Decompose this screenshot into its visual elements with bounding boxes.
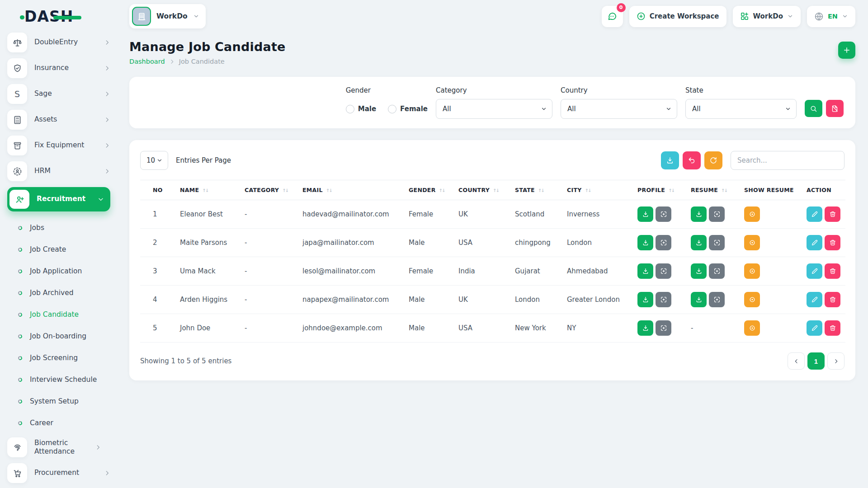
show-resume-button[interactable]: [744, 292, 760, 307]
edit-button[interactable]: [807, 206, 822, 222]
column-header-state[interactable]: STATE↑↓: [511, 180, 563, 200]
table-row: 2 Maite Parsons - japa@mailinator.com Ma…: [140, 229, 845, 257]
table-search-input[interactable]: [731, 151, 844, 170]
resume-preview-button[interactable]: [709, 235, 725, 250]
next-page-button[interactable]: [827, 352, 844, 370]
profile-download-button[interactable]: [637, 292, 653, 307]
workspace-menu-dropdown[interactable]: WorkDo: [733, 6, 801, 27]
column-header-gender[interactable]: GENDER↑↓: [405, 180, 455, 200]
profile-preview-button[interactable]: [656, 206, 671, 222]
gender-male-option[interactable]: Male: [346, 105, 376, 113]
sidebar-item-interview-schedule[interactable]: Interview Schedule: [7, 369, 110, 390]
create-workspace-button[interactable]: Create Workspace: [629, 6, 726, 27]
entries-per-page-select[interactable]: 10: [140, 151, 168, 170]
category-select[interactable]: All: [436, 99, 552, 119]
sidebar-item-job-onboarding[interactable]: Job On-boarding: [7, 325, 110, 347]
sidebar-item-procurement[interactable]: Procurement: [7, 463, 110, 483]
workspace-selector[interactable]: WorkDo: [129, 4, 206, 28]
profile-download-icon: [642, 324, 649, 332]
edit-button[interactable]: [807, 292, 822, 307]
state-filter: State All: [685, 86, 797, 119]
sidebar-item-sage[interactable]: S Sage: [7, 84, 110, 104]
resume-download-button[interactable]: [691, 263, 707, 279]
show-resume-icon: [749, 267, 756, 275]
column-header-resume[interactable]: RESUME↑↓: [687, 180, 741, 200]
resume-preview-button[interactable]: [709, 206, 725, 222]
edit-button[interactable]: [807, 320, 822, 336]
resume-download-button[interactable]: [691, 206, 707, 222]
delete-button[interactable]: [825, 292, 840, 307]
sidebar-item-system-setup[interactable]: System Setup: [7, 390, 110, 412]
profile-preview-button[interactable]: [656, 320, 671, 336]
profile-preview-icon: [660, 211, 667, 218]
profile-download-button[interactable]: [637, 263, 653, 279]
sidebar-item-biometric-attendance[interactable]: Biometric Attendance: [7, 437, 110, 457]
bullet-icon: [18, 399, 23, 404]
resume-download-button[interactable]: [691, 292, 707, 307]
country-select[interactable]: All: [561, 99, 677, 119]
column-header-profile[interactable]: PROFILE↑↓: [634, 180, 687, 200]
resume-preview-button[interactable]: [709, 263, 725, 279]
profile-download-button[interactable]: [637, 320, 653, 336]
sidebar-item-fix-equipment[interactable]: Fix Equipment: [7, 136, 110, 155]
state-select[interactable]: All: [685, 99, 797, 119]
show-resume-button[interactable]: [744, 235, 760, 250]
previous-page-button[interactable]: [788, 352, 805, 370]
sidebar-item-doubleentry[interactable]: DoubleEntry: [7, 33, 110, 52]
sidebar-item-hrm[interactable]: HRM: [7, 161, 110, 181]
messages-button[interactable]: 0: [602, 6, 623, 27]
sidebar-item-job-candidate[interactable]: Job Candidate: [7, 304, 110, 325]
cell-state: Scotland: [511, 200, 563, 229]
show-resume-button[interactable]: [744, 206, 760, 222]
profile-download-button[interactable]: [637, 235, 653, 250]
resume-download-button[interactable]: [691, 235, 707, 250]
delete-button[interactable]: [825, 206, 840, 222]
sidebar-item-job-screening[interactable]: Job Screening: [7, 347, 110, 369]
page-1-button[interactable]: 1: [807, 352, 825, 370]
edit-button[interactable]: [807, 235, 822, 250]
undo-button[interactable]: [683, 151, 701, 169]
language-dropdown[interactable]: EN: [807, 6, 855, 27]
gender-female-option[interactable]: Female: [388, 105, 428, 113]
edit-button[interactable]: [807, 263, 822, 279]
search-icon: [810, 105, 817, 113]
sidebar-item-assets[interactable]: Assets: [7, 110, 110, 130]
sidebar: DASH DoubleEntry Insurance S Sage: [0, 0, 117, 488]
female-radio[interactable]: [388, 105, 396, 113]
sidebar-item-job-create[interactable]: Job Create: [7, 239, 110, 260]
delete-icon: [829, 296, 836, 303]
sidebar-item-jobs[interactable]: Jobs: [7, 217, 110, 239]
column-header-name[interactable]: NAME↑↓: [176, 180, 241, 200]
sidebar-item-recruitment[interactable]: Recruitment: [7, 187, 110, 211]
profile-preview-button[interactable]: [656, 235, 671, 250]
show-resume-icon: [749, 211, 756, 218]
refresh-button[interactable]: [704, 151, 722, 169]
profile-preview-button[interactable]: [656, 263, 671, 279]
cell-country: USA: [455, 229, 511, 257]
bullet-icon: [18, 377, 23, 382]
brand-logo[interactable]: DASH: [7, 0, 110, 33]
column-header-category[interactable]: CATEGORY↑↓: [241, 180, 299, 200]
resume-preview-button[interactable]: [709, 292, 725, 307]
add-candidate-button[interactable]: [838, 42, 855, 59]
breadcrumb-dashboard-link[interactable]: Dashboard: [129, 58, 165, 65]
column-header-email[interactable]: EMAIL↑↓: [299, 180, 405, 200]
export-button[interactable]: [661, 151, 679, 169]
sidebar-item-job-application[interactable]: Job Application: [7, 260, 110, 282]
sidebar-item-insurance[interactable]: Insurance: [7, 58, 110, 78]
sidebar-item-job-archived[interactable]: Job Archived: [7, 282, 110, 304]
reset-filter-button[interactable]: [826, 100, 844, 117]
show-resume-button[interactable]: [744, 320, 760, 336]
delete-button[interactable]: [825, 263, 840, 279]
profile-download-button[interactable]: [637, 206, 653, 222]
show-resume-button[interactable]: [744, 263, 760, 279]
profile-preview-button[interactable]: [656, 292, 671, 307]
column-header-city[interactable]: CITY↑↓: [563, 180, 634, 200]
column-header-country[interactable]: COUNTRY↑↓: [455, 180, 511, 200]
delete-button[interactable]: [825, 235, 840, 250]
cell-country: India: [455, 257, 511, 286]
delete-button[interactable]: [825, 320, 840, 336]
apply-filter-button[interactable]: [805, 100, 822, 117]
sidebar-item-career[interactable]: Career: [7, 412, 110, 434]
male-radio[interactable]: [346, 105, 354, 113]
